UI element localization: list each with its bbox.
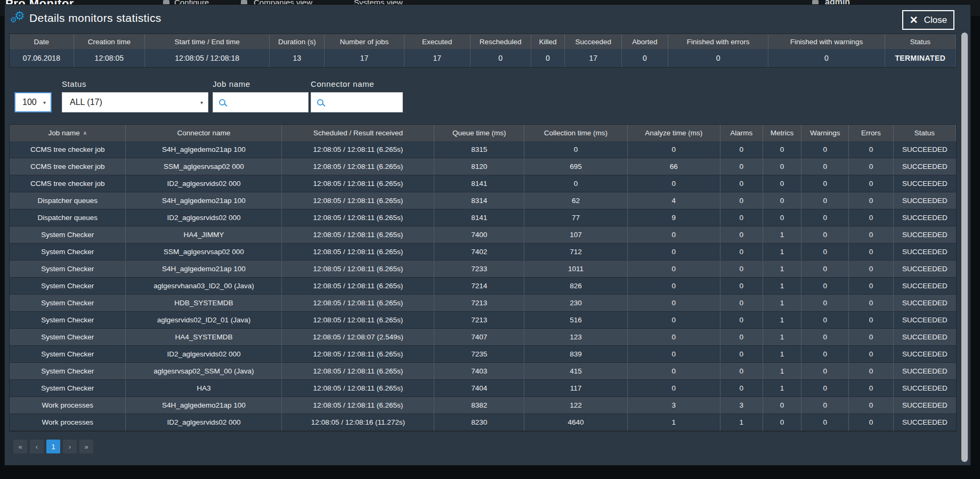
table-cell: 117 bbox=[524, 380, 628, 397]
pagination: «‹1›» bbox=[13, 440, 970, 453]
table-cell: 1011 bbox=[524, 261, 628, 278]
jobs-column-header[interactable]: Status bbox=[894, 125, 956, 141]
summary-value-cell: TERMINATED bbox=[885, 49, 956, 67]
jobs-column-header[interactable]: Connector name bbox=[126, 125, 282, 141]
table-cell: 0 bbox=[628, 295, 720, 312]
first-page-button[interactable]: « bbox=[13, 440, 27, 453]
table-cell: S4H_aglgedemo21ap 100 bbox=[126, 397, 282, 414]
table-row[interactable]: System Checkeraglgesrvids02_ID2_01 (Java… bbox=[10, 312, 956, 329]
table-row[interactable]: System CheckerID2_aglgesrvids02 00012:08… bbox=[10, 346, 956, 363]
scrollbar-thumb[interactable] bbox=[961, 33, 968, 462]
jobs-column-header[interactable]: Errors bbox=[849, 125, 893, 141]
table-cell: 7213 bbox=[434, 295, 524, 312]
connector-name-search-box[interactable] bbox=[311, 92, 403, 112]
summary-column-header: Creation time bbox=[74, 34, 145, 49]
table-cell: Work processes bbox=[10, 397, 126, 414]
table-cell: System Checker bbox=[10, 346, 126, 363]
job-name-search-input[interactable] bbox=[230, 98, 296, 107]
table-cell: 0 bbox=[763, 175, 802, 192]
table-cell: SUCCEEDED bbox=[894, 363, 956, 380]
summary-column-header: Finished with errors bbox=[668, 34, 768, 49]
table-cell: 0 bbox=[763, 397, 802, 414]
table-cell: 0 bbox=[849, 312, 893, 329]
summary-value-cell: 0 bbox=[531, 49, 565, 67]
table-cell: 0 bbox=[801, 243, 849, 261]
table-cell: 0 bbox=[849, 158, 893, 175]
table-cell: 0 bbox=[801, 158, 849, 175]
table-cell: 0 bbox=[849, 363, 893, 380]
jobs-column-header[interactable]: Job name∧ bbox=[10, 125, 126, 141]
table-cell: 0 bbox=[801, 261, 849, 278]
table-cell: 0 bbox=[628, 243, 720, 261]
table-row[interactable]: CCMS tree checker jobSSM_aglgesrvsap02 0… bbox=[10, 158, 956, 175]
summary-column-header: Aborted bbox=[622, 34, 668, 49]
table-cell: 7400 bbox=[434, 226, 524, 243]
table-cell: 4 bbox=[628, 192, 720, 209]
jobs-column-header[interactable]: Scheduled / Result received bbox=[282, 125, 434, 141]
table-row[interactable]: CCMS tree checker jobS4H_aglgedemo21ap 1… bbox=[10, 141, 956, 158]
page-size-select[interactable]: 100 ▾ bbox=[14, 92, 52, 112]
table-cell: 0 bbox=[849, 329, 893, 346]
table-row[interactable]: System CheckerHA312:08:05 / 12:08:11 (6.… bbox=[10, 380, 956, 397]
table-row[interactable]: Dispatcher queuesID2_aglgesrvids02 00012… bbox=[10, 209, 956, 226]
table-cell: 0 bbox=[763, 158, 802, 175]
table-cell: S4H_aglgedemo21ap 100 bbox=[126, 261, 282, 278]
table-cell: System Checker bbox=[10, 278, 126, 295]
table-cell: S4H_aglgedemo21ap 100 bbox=[126, 141, 282, 158]
jobs-column-header[interactable]: Collection time (ms) bbox=[524, 125, 628, 141]
table-cell: ID2_aglgesrvids02 000 bbox=[126, 175, 282, 192]
jobs-column-header[interactable]: Warnings bbox=[801, 125, 849, 141]
table-cell: 66 bbox=[628, 158, 720, 175]
jobs-body: CCMS tree checker jobS4H_aglgedemo21ap 1… bbox=[10, 141, 956, 431]
summary-value-cell: 0 bbox=[668, 49, 768, 67]
summary-value-cell: 07.06.2018 bbox=[10, 49, 74, 67]
table-cell: 1 bbox=[763, 278, 802, 295]
table-cell: SUCCEEDED bbox=[894, 261, 956, 278]
table-row[interactable]: System CheckerSSM_aglgesrvsap02 00012:08… bbox=[10, 243, 956, 261]
table-cell: CCMS tree checker job bbox=[10, 141, 126, 158]
table-cell: 0 bbox=[801, 346, 849, 363]
status-filter-label: Status bbox=[62, 79, 86, 88]
table-cell: 0 bbox=[720, 329, 763, 346]
jobs-column-header[interactable]: Alarms bbox=[720, 125, 763, 141]
last-page-button[interactable]: » bbox=[79, 440, 93, 453]
table-cell: 12:08:05 / 12:08:11 (6.265s) bbox=[282, 278, 434, 295]
table-row[interactable]: System CheckerS4H_aglgedemo21ap 10012:08… bbox=[10, 261, 956, 278]
table-row[interactable]: Work processesS4H_aglgedemo21ap 10012:08… bbox=[10, 397, 956, 414]
jobs-column-header[interactable]: Metrics bbox=[763, 125, 802, 141]
summary-column-header: Start time / End time bbox=[145, 34, 270, 49]
table-cell: 12:08:05 / 12:08:11 (6.265s) bbox=[282, 226, 434, 243]
table-row[interactable]: System CheckerHDB_SYSTEMDB12:08:05 / 12:… bbox=[10, 295, 956, 312]
table-cell: 12:08:05 / 12:08:11 (6.265s) bbox=[282, 380, 434, 397]
table-row[interactable]: CCMS tree checker jobID2_aglgesrvids02 0… bbox=[10, 175, 956, 192]
connector-name-search-input[interactable] bbox=[328, 98, 392, 107]
page-number-button[interactable]: 1 bbox=[46, 440, 60, 453]
table-cell: ID2_aglgesrvids02 000 bbox=[126, 209, 282, 226]
table-row[interactable]: Work processesID2_aglgesrvids02 00012:08… bbox=[10, 414, 956, 431]
table-row[interactable]: System Checkeraglgesrvsap02_SSM_00 (Java… bbox=[10, 363, 956, 380]
table-row[interactable]: System Checkeraglgesrvhana03_ID2_00 (Jav… bbox=[10, 278, 956, 295]
table-cell: HA4_JIMMY bbox=[126, 226, 282, 243]
table-cell: 12:08:05 / 12:08:16 (11.272s) bbox=[282, 414, 434, 431]
status-filter-select[interactable]: ALL (17) ▾ bbox=[62, 92, 208, 112]
table-row[interactable]: Dispatcher queuesS4H_aglgedemo21ap 10012… bbox=[10, 192, 956, 209]
next-page-button[interactable]: › bbox=[63, 440, 77, 453]
table-cell: 7403 bbox=[434, 363, 524, 380]
prev-page-button[interactable]: ‹ bbox=[30, 440, 44, 453]
summary-column-header: Succeeded bbox=[565, 34, 622, 49]
job-name-search-box[interactable] bbox=[213, 92, 309, 112]
table-cell: 1 bbox=[763, 380, 802, 397]
close-button[interactable]: ✕ Close bbox=[902, 10, 954, 30]
table-cell: 0 bbox=[763, 209, 802, 226]
table-row[interactable]: System CheckerHA4_JIMMY12:08:05 / 12:08:… bbox=[10, 226, 956, 243]
summary-column-header: Number of jobs bbox=[325, 34, 404, 49]
table-cell: 0 bbox=[801, 295, 849, 312]
jobs-column-header[interactable]: Queue time (ms) bbox=[434, 125, 524, 141]
vertical-scrollbar[interactable] bbox=[961, 33, 968, 462]
table-row[interactable]: System CheckerHA4_SYSTEMDB12:08:05 / 12:… bbox=[10, 329, 956, 346]
table-cell: 0 bbox=[720, 175, 763, 192]
table-cell: 0 bbox=[763, 414, 802, 431]
summary-value-row[interactable]: 07.06.201812:08:0512:08:05 / 12:08:18131… bbox=[10, 49, 956, 67]
jobs-column-header[interactable]: Analyze time (ms) bbox=[628, 125, 720, 141]
table-cell: 0 bbox=[628, 175, 720, 192]
